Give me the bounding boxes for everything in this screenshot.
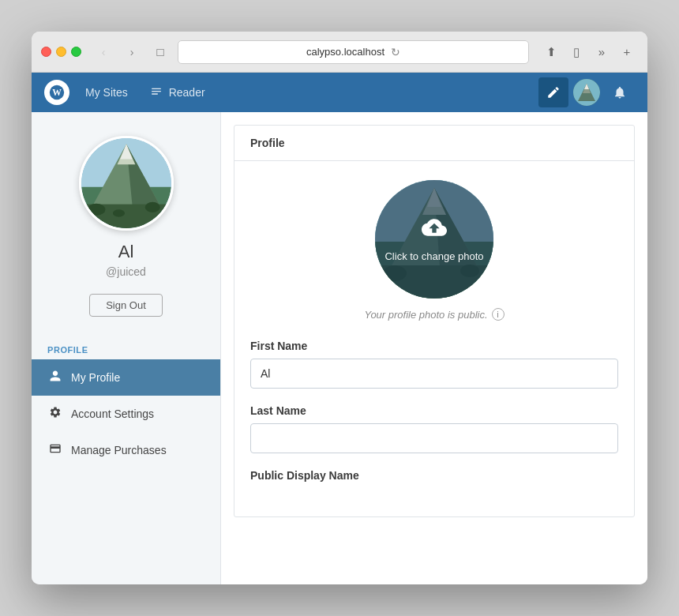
public-display-name-field: Public Display Name bbox=[250, 469, 618, 482]
change-photo-text: Click to change photo bbox=[385, 250, 483, 264]
more-button[interactable]: » bbox=[591, 41, 613, 63]
profile-section-body: Click to change photo Your profile photo… bbox=[234, 161, 634, 516]
sidebar-username: @juiced bbox=[106, 265, 146, 278]
sidebar-item-account-settings[interactable]: Account Settings bbox=[32, 396, 220, 432]
sidebar-avatar bbox=[79, 136, 174, 231]
my-sites-label: My Sites bbox=[85, 86, 128, 99]
gear-icon bbox=[47, 406, 63, 422]
browser-chrome: ‹ › □ calypso.localhost ↻ ⬆ ▯ » + bbox=[32, 32, 647, 73]
sidebar-user-name: Al bbox=[118, 242, 134, 262]
photo-container: Click to change photo Your profile photo… bbox=[250, 180, 618, 321]
sidebar-avatar-image bbox=[81, 138, 171, 228]
wp-logo[interactable]: W bbox=[44, 80, 69, 105]
first-name-label: First Name bbox=[250, 340, 618, 352]
write-icon bbox=[546, 85, 561, 100]
manage-purchases-label: Manage Purchases bbox=[71, 444, 167, 456]
first-name-field: First Name bbox=[250, 340, 618, 389]
browser-actions: ⬆ ▯ » + bbox=[540, 41, 638, 63]
close-button[interactable] bbox=[41, 47, 51, 57]
notifications-button[interactable] bbox=[605, 77, 635, 107]
last-name-field: Last Name bbox=[250, 404, 618, 453]
top-nav-left: W My Sites Reader bbox=[44, 80, 538, 105]
sidebar-nav: My Profile Account Settings bbox=[32, 359, 220, 468]
app: W My Sites Reader bbox=[32, 73, 647, 584]
browser-window: ‹ › □ calypso.localhost ↻ ⬆ ▯ » + W bbox=[32, 32, 647, 584]
maximize-button[interactable] bbox=[71, 47, 81, 57]
person-icon bbox=[47, 370, 63, 385]
share-button[interactable]: ⬆ bbox=[540, 41, 562, 63]
main-content: Al @juiced Sign Out Profile My Profile bbox=[32, 112, 647, 584]
reader-nav[interactable]: Reader bbox=[141, 81, 215, 103]
svg-point-19 bbox=[144, 202, 159, 212]
photo-public-note: Your profile photo is public. i bbox=[364, 308, 504, 321]
sidebar-item-my-profile[interactable]: My Profile bbox=[32, 359, 220, 396]
last-name-input[interactable] bbox=[250, 423, 618, 453]
refresh-button[interactable]: ↻ bbox=[391, 46, 400, 58]
top-nav-right bbox=[538, 77, 635, 107]
info-icon[interactable]: i bbox=[492, 308, 505, 321]
svg-rect-4 bbox=[152, 93, 158, 94]
svg-point-20 bbox=[112, 209, 124, 217]
tab-button[interactable]: □ bbox=[149, 41, 171, 63]
bell-icon bbox=[613, 85, 627, 100]
user-avatar-nav bbox=[573, 79, 600, 106]
minimize-button[interactable] bbox=[56, 47, 66, 57]
svg-rect-3 bbox=[152, 91, 161, 92]
my-sites-nav[interactable]: My Sites bbox=[76, 81, 137, 103]
address-bar[interactable]: calypso.localhost ↻ bbox=[178, 40, 529, 64]
avatar-nav-button[interactable] bbox=[572, 77, 602, 107]
duplicate-button[interactable]: ▯ bbox=[565, 41, 587, 63]
change-photo-button[interactable]: Click to change photo bbox=[375, 180, 493, 299]
svg-text:W: W bbox=[52, 88, 62, 98]
svg-point-18 bbox=[87, 204, 105, 216]
back-button[interactable]: ‹ bbox=[92, 41, 114, 63]
reader-icon bbox=[150, 86, 163, 99]
first-name-input[interactable] bbox=[250, 359, 618, 389]
profile-content: Profile bbox=[221, 112, 647, 584]
change-photo-overlay: Click to change photo bbox=[375, 180, 493, 299]
card-icon bbox=[47, 442, 63, 458]
write-button[interactable] bbox=[538, 77, 568, 107]
profile-section-title: Profile bbox=[234, 126, 634, 161]
sign-out-button[interactable]: Sign Out bbox=[89, 294, 163, 317]
sidebar-item-manage-purchases[interactable]: Manage Purchases bbox=[32, 432, 220, 468]
forward-button[interactable]: › bbox=[121, 41, 143, 63]
url-display: calypso.localhost bbox=[306, 46, 385, 58]
upload-icon bbox=[422, 215, 447, 246]
photo-public-text: Your profile photo is public. bbox=[364, 309, 487, 321]
sidebar-section-label: Profile bbox=[32, 339, 220, 359]
account-settings-label: Account Settings bbox=[71, 408, 154, 420]
reader-label: Reader bbox=[169, 86, 205, 99]
last-name-label: Last Name bbox=[250, 404, 618, 417]
sidebar: Al @juiced Sign Out Profile My Profile bbox=[32, 112, 221, 584]
traffic-lights bbox=[41, 47, 81, 57]
avatar-mountain-svg bbox=[573, 79, 600, 106]
top-nav: W My Sites Reader bbox=[32, 73, 647, 112]
new-tab-button[interactable]: + bbox=[616, 41, 638, 63]
profile-section: Profile bbox=[234, 125, 635, 517]
svg-rect-2 bbox=[152, 88, 161, 89]
my-profile-label: My Profile bbox=[71, 371, 120, 384]
public-display-name-label: Public Display Name bbox=[250, 469, 618, 482]
